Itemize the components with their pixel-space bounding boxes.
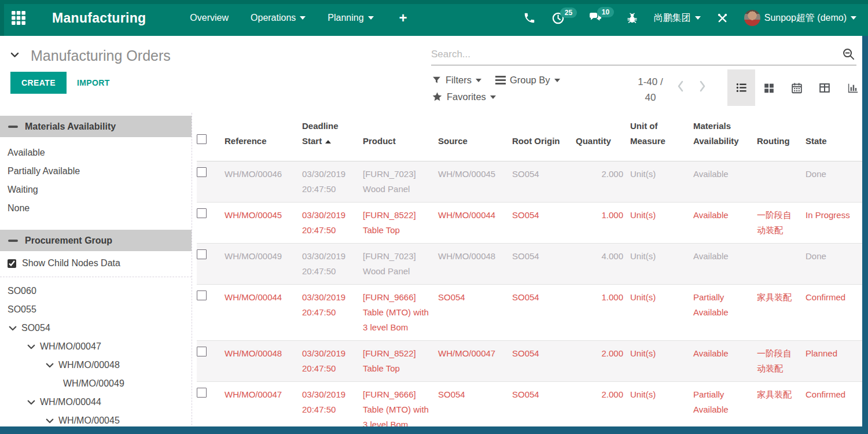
column-product[interactable]: Product bbox=[363, 113, 438, 161]
cell-source: SO054 bbox=[438, 285, 512, 341]
row-checkbox[interactable] bbox=[197, 290, 207, 300]
row-checkbox[interactable] bbox=[197, 167, 207, 177]
apps-grid-icon[interactable] bbox=[10, 10, 27, 26]
tree-item[interactable]: WH/MO/00049 bbox=[0, 374, 192, 393]
cell-source: WH/MO/00047 bbox=[438, 341, 512, 382]
table-row[interactable]: WH/MO/00044 03/30/201920:47:50 [FURN_966… bbox=[197, 285, 862, 341]
column-materials-availability[interactable]: Materials Availability bbox=[693, 113, 757, 161]
import-button[interactable]: IMPORT bbox=[77, 78, 110, 87]
cell-availability: Available bbox=[693, 341, 757, 382]
filter-partially-available[interactable]: Partially Available bbox=[0, 162, 192, 181]
cell-availability: Partially Available bbox=[693, 285, 757, 341]
column-reference[interactable]: Reference bbox=[225, 113, 302, 161]
chevron-down-icon bbox=[476, 79, 481, 82]
table-row[interactable]: WH/MO/00048 03/30/201920:47:50 [FURN_852… bbox=[197, 341, 862, 382]
favorites-dropdown[interactable]: Favorites bbox=[432, 91, 496, 102]
section-materials-availability[interactable]: Materials Availability bbox=[0, 116, 192, 137]
sort-asc-icon bbox=[325, 140, 331, 144]
menu-operations[interactable]: Operations bbox=[251, 13, 306, 23]
cell-source: WH/MO/00044 bbox=[438, 203, 512, 244]
cell-root-origin: SO054 bbox=[512, 341, 576, 382]
filter-available[interactable]: Available bbox=[0, 144, 192, 162]
bug-icon bbox=[626, 12, 638, 24]
table-row[interactable]: WH/MO/00046 03/30/201920:47:50 [FURN_702… bbox=[197, 161, 862, 203]
user-menu[interactable]: Sunpop超管 (demo) bbox=[744, 10, 856, 26]
pager-next-button[interactable] bbox=[698, 80, 707, 93]
row-checkbox[interactable] bbox=[197, 249, 207, 259]
row-checkbox[interactable] bbox=[197, 388, 207, 398]
favorites-icon bbox=[432, 91, 443, 102]
cell-quantity: 1.000 bbox=[576, 285, 630, 341]
breadcrumb-collapse-icon[interactable] bbox=[9, 49, 20, 62]
activities-button[interactable]: 25 bbox=[551, 12, 565, 25]
support-tools-button[interactable] bbox=[716, 12, 729, 24]
cell-product: [FURN_9666] Table (MTO) with 3 level Bom bbox=[363, 285, 438, 341]
table-header-row: Reference Deadline Start Product Source … bbox=[197, 113, 862, 161]
row-checkbox[interactable] bbox=[197, 347, 207, 356]
company-switcher[interactable]: 尚鹏集团 bbox=[654, 12, 701, 24]
view-switcher bbox=[727, 69, 866, 106]
cell-reference: WH/MO/00045 bbox=[225, 203, 302, 244]
debug-button[interactable] bbox=[626, 12, 638, 24]
kanban-view-button[interactable] bbox=[755, 69, 783, 106]
menu-overview[interactable]: Overview bbox=[190, 13, 229, 23]
table-row[interactable]: WH/MO/00049 03/30/201920:47:50 [FURN_702… bbox=[197, 244, 862, 285]
tree-item[interactable]: WH/MO/00048 bbox=[0, 356, 192, 374]
column-routing[interactable]: Routing bbox=[757, 113, 806, 161]
search-facets: Filters Group By Favorites bbox=[432, 72, 569, 105]
cell-reference: WH/MO/00044 bbox=[225, 285, 302, 341]
chevron-down-icon[interactable] bbox=[26, 397, 36, 407]
list-view-button[interactable] bbox=[727, 69, 755, 106]
show-child-nodes-checkbox[interactable] bbox=[8, 259, 16, 268]
chevron-down-icon[interactable] bbox=[26, 341, 36, 352]
pager: 1-40 / 40 bbox=[630, 74, 671, 105]
cell-root-origin: SO054 bbox=[512, 244, 576, 285]
select-all-checkbox[interactable] bbox=[197, 134, 207, 144]
pivot-view-button[interactable] bbox=[811, 69, 838, 106]
tree-item[interactable]: WH/MO/00047 bbox=[0, 337, 192, 356]
search-zoom-icon[interactable] bbox=[842, 47, 855, 63]
column-unit-of-measure[interactable]: Unit of Measure bbox=[630, 113, 693, 161]
tree-item[interactable]: SO054 bbox=[0, 319, 192, 337]
list-view-icon bbox=[735, 81, 748, 94]
cell-quantity: 2.000 bbox=[576, 161, 630, 203]
cell-deadline: 03/30/201920:47:50 bbox=[302, 161, 363, 203]
cell-reference: WH/MO/00049 bbox=[225, 244, 302, 285]
menu-planning[interactable]: Planning bbox=[328, 13, 373, 23]
tree-item[interactable]: SO055 bbox=[0, 300, 192, 319]
chevron-down-icon[interactable] bbox=[45, 360, 55, 370]
filter-waiting[interactable]: Waiting bbox=[0, 181, 192, 199]
row-checkbox[interactable] bbox=[197, 208, 207, 218]
section-procurement-group[interactable]: Procurement Group bbox=[0, 230, 192, 251]
calendar-view-button[interactable] bbox=[783, 69, 811, 106]
tree-item[interactable]: SO060 bbox=[0, 282, 192, 300]
chevron-down-icon bbox=[554, 79, 560, 82]
column-source[interactable]: Source bbox=[438, 113, 512, 161]
chevron-down-icon[interactable] bbox=[8, 323, 18, 333]
cell-availability: Available bbox=[693, 203, 757, 244]
add-menu-button[interactable]: + bbox=[399, 11, 407, 25]
cell-state: Done bbox=[806, 244, 862, 285]
cell-root-origin: SO054 bbox=[512, 203, 576, 244]
filter-none[interactable]: None bbox=[0, 199, 192, 218]
search-input[interactable] bbox=[431, 44, 856, 65]
cell-quantity: 4.000 bbox=[576, 244, 630, 285]
tree-item[interactable]: WH/MO/00044 bbox=[0, 393, 192, 411]
pager-previous-button[interactable] bbox=[676, 80, 685, 93]
column-state[interactable]: State bbox=[806, 113, 862, 161]
filters-dropdown[interactable]: Filters bbox=[432, 75, 481, 86]
column-deadline-start[interactable]: Deadline Start bbox=[302, 113, 363, 161]
app-title[interactable]: Manufacturing bbox=[52, 10, 146, 26]
calendar-view-icon bbox=[790, 82, 803, 94]
chevron-down-icon[interactable] bbox=[45, 415, 55, 426]
cell-availability: Available bbox=[693, 161, 757, 203]
group-by-dropdown[interactable]: Group By bbox=[495, 74, 560, 86]
filter-icon bbox=[432, 75, 442, 85]
pager-total: 40 bbox=[645, 92, 656, 103]
voip-phone-button[interactable] bbox=[523, 12, 536, 24]
messages-button[interactable]: 10 bbox=[589, 11, 602, 25]
create-button[interactable]: CREATE bbox=[10, 72, 67, 94]
column-root-origin[interactable]: Root Origin bbox=[512, 113, 576, 161]
column-quantity[interactable]: Quantity bbox=[576, 113, 630, 161]
table-row[interactable]: WH/MO/00045 03/30/201920:47:50 [FURN_852… bbox=[197, 203, 862, 244]
